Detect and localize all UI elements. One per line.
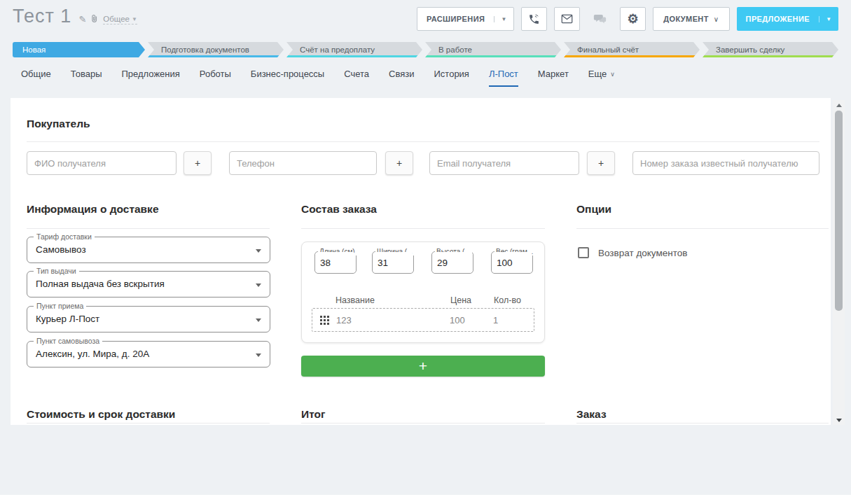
tab-general[interactable]: Общие — [21, 69, 51, 85]
add-recipient-phone-button[interactable]: + — [385, 151, 413, 175]
product-qty: 1 — [493, 315, 534, 326]
return-documents-option[interactable]: Возврат документов — [578, 247, 687, 258]
order-heading: Заказ — [576, 408, 607, 421]
stage-close-deal[interactable]: Завершить сделку — [703, 42, 838, 57]
offer-label: ПРЕДЛОЖЕНИЕ — [737, 15, 819, 23]
dropdown-arrow-icon — [256, 354, 261, 357]
self-pickup-point-select[interactable]: Пункт самовывоза Алексин, ул. Мира, д. 2… — [27, 341, 270, 368]
scroll-down-arrow[interactable] — [833, 415, 845, 425]
l-post-panel: Покупатель + + + Информация о доставке Т… — [11, 98, 831, 425]
phone-icon — [528, 13, 540, 25]
drag-handle-icon[interactable] — [320, 316, 336, 325]
order-divider — [576, 423, 829, 424]
tab-business-processes[interactable]: Бизнес-процессы — [251, 69, 324, 85]
package-card: Длина (см) Ширина (... Высота (... Вес (… — [301, 241, 545, 343]
scroll-up-arrow[interactable] — [833, 100, 845, 110]
recipient-phone-input[interactable] — [229, 151, 377, 175]
delivery-tariff-value: Самовывоз — [36, 244, 86, 255]
handover-type-label: Тип выдачи — [34, 267, 79, 275]
self-pickup-point-label: Пункт самовывоза — [34, 337, 102, 345]
delivery-divider — [27, 228, 270, 229]
dropdown-arrow-icon — [256, 249, 261, 253]
tab-l-post[interactable]: Л-Пост — [489, 69, 518, 87]
recipient-email-input[interactable] — [429, 151, 579, 175]
extensions-dropdown-arrow[interactable]: ▼ — [494, 16, 513, 22]
recipient-name-input[interactable] — [27, 151, 177, 175]
triangle-down-icon — [836, 419, 842, 422]
order-number-input[interactable] — [632, 151, 819, 175]
return-documents-label: Возврат документов — [598, 248, 687, 258]
topbar: Тест 1 ✎ Общее ▼ РАСШИРЕНИЯ ▼ — [0, 0, 851, 39]
delivery-cost-heading: Стоимость и срок доставки — [27, 408, 175, 421]
attachment-paperclip-icon[interactable] — [90, 14, 99, 25]
vertical-scrollbar[interactable] — [833, 100, 845, 425]
delivery-tariff-select[interactable]: Тариф доставки Самовывоз — [27, 237, 270, 263]
length-field: Длина (см) — [314, 251, 357, 274]
weight-field: Вес (грам... — [491, 251, 533, 274]
height-field: Высота (... — [431, 251, 473, 274]
stage-in-progress[interactable]: В работе — [425, 42, 561, 57]
envelope-icon — [561, 14, 573, 24]
scrollbar-thumb[interactable] — [835, 111, 843, 311]
pickup-point-value: Курьер Л-Пост — [36, 314, 99, 324]
toolbar: РАСШИРЕНИЯ ▼ ⚙ ДОКУМЕНТ ∨ — [417, 7, 838, 31]
tab-robots[interactable]: Роботы — [200, 69, 231, 85]
pickup-point-select[interactable]: Пункт приема Курьер Л-Пост — [27, 306, 270, 332]
options-heading: Опции — [576, 203, 611, 216]
edit-pencil-icon[interactable]: ✎ — [78, 14, 86, 24]
product-price: 100 — [450, 315, 493, 326]
extensions-button[interactable]: РАСШИРЕНИЯ ▼ — [417, 7, 514, 31]
category-selector[interactable]: Общее ▼ — [103, 15, 137, 24]
pickup-point-label: Пункт приема — [34, 302, 86, 310]
products-table-header: Название Цена Кол-во — [312, 295, 534, 305]
settings-button[interactable]: ⚙ — [620, 7, 646, 31]
add-recipient-name-button[interactable]: + — [184, 151, 212, 175]
delivery-tariff-label: Тариф доставки — [34, 232, 95, 241]
product-name: 123 — [336, 315, 450, 326]
tab-invoices[interactable]: Счета — [344, 69, 369, 85]
tab-more[interactable]: Еще ∨ — [588, 69, 615, 85]
stage-final-invoice[interactable]: Финальный счёт — [564, 42, 700, 57]
width-input[interactable] — [373, 252, 413, 273]
length-input[interactable] — [315, 252, 356, 273]
weight-input[interactable] — [492, 252, 532, 273]
add-recipient-email-button[interactable]: + — [587, 151, 615, 175]
column-price: Цена — [450, 295, 494, 305]
stage-new[interactable]: Новая — [13, 42, 145, 57]
chat-button[interactable] — [587, 7, 613, 31]
tab-history[interactable]: История — [434, 69, 469, 85]
width-field: Ширина (... — [372, 251, 414, 274]
title-row: Тест 1 ✎ Общее ▼ — [13, 6, 137, 27]
phone-button[interactable] — [521, 7, 547, 31]
return-documents-checkbox[interactable] — [578, 247, 589, 258]
document-button[interactable]: ДОКУМЕНТ ∨ — [653, 7, 729, 31]
page-title: Тест 1 — [13, 6, 71, 27]
stage-docs-preparation[interactable]: Подготовка документов — [148, 42, 284, 57]
column-name: Название — [335, 295, 450, 305]
buyer-divider — [27, 141, 819, 142]
offer-dropdown-arrow[interactable]: ▼ — [819, 16, 838, 22]
buyer-heading: Покупатель — [27, 118, 90, 130]
stage-prepayment-invoice[interactable]: Счёт на предоплату — [286, 42, 422, 57]
height-input[interactable] — [432, 252, 473, 273]
chat-bubbles-icon — [593, 13, 607, 24]
tab-market[interactable]: Маркет — [538, 69, 569, 85]
total-divider — [301, 423, 545, 424]
column-qty: Кол-во — [494, 295, 534, 305]
add-product-button[interactable]: + — [301, 356, 545, 377]
tab-links[interactable]: Связи — [389, 69, 414, 85]
delivery-cost-divider — [27, 423, 270, 424]
tab-quotes[interactable]: Предложения — [121, 69, 179, 85]
tab-bar: Общие Товары Предложения Роботы Бизнес-п… — [21, 69, 615, 87]
order-composition-divider — [301, 228, 545, 229]
delivery-heading: Информация о доставке — [27, 203, 159, 216]
tab-products[interactable]: Товары — [71, 69, 102, 85]
handover-type-select[interactable]: Тип выдачи Полная выдача без вскрытия — [27, 271, 270, 298]
document-label: ДОКУМЕНТ — [663, 15, 709, 23]
offer-button[interactable]: ПРЕДЛОЖЕНИЕ ▼ — [737, 7, 838, 31]
options-divider — [576, 228, 829, 229]
category-label: Общее — [103, 15, 130, 23]
product-row[interactable]: 123 100 1 — [312, 308, 534, 332]
order-composition-heading: Состав заказа — [301, 203, 377, 216]
email-button[interactable] — [554, 7, 580, 31]
